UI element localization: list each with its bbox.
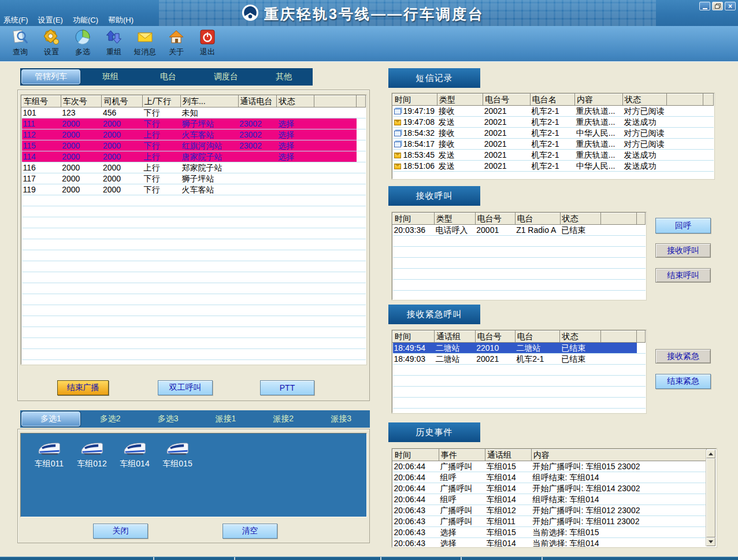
trainset-item-011[interactable]: 车组011	[28, 442, 71, 469]
cell	[314, 118, 357, 129]
minimize-button[interactable]	[699, 2, 710, 10]
table-row[interactable]: 11720002000下行狮子坪站	[22, 173, 366, 184]
col-time[interactable]: 时间	[393, 213, 435, 225]
history-scrollbar[interactable]	[706, 450, 715, 546]
table-row[interactable]: 101123456下行未知	[22, 107, 366, 118]
table-row[interactable]: 18:54:17接收20021机车2-1重庆轨道...对方已阅读	[393, 139, 714, 150]
table-row[interactable]: 18:49:03二塘站20021机车2-1已结束	[393, 354, 646, 365]
clear-button[interactable]: 清空	[222, 524, 277, 539]
table-row[interactable]: 20:06:43广播呼叫车组012开始广播呼叫: 车组012 23002	[393, 505, 707, 516]
col-event[interactable]: 事件	[439, 450, 485, 461]
col-time[interactable]: 时间	[393, 331, 435, 343]
table-row[interactable]: 18:49:54二塘站22010二塘站已结束	[393, 343, 646, 354]
col-talkgroup[interactable]: 通话组	[485, 450, 532, 461]
duplex-call-button[interactable]: 双工呼叫	[158, 380, 213, 395]
close-button[interactable]: ×	[725, 2, 736, 10]
toolbar-about-button[interactable]: 关于	[161, 28, 192, 57]
table-row[interactable]: 20:06:43选择车组014当前选择: 车组014	[393, 538, 707, 548]
tab-multiselect-2[interactable]: 多选2	[81, 410, 139, 428]
restore-button[interactable]	[712, 2, 723, 10]
scroll-down-button[interactable]	[706, 537, 715, 546]
scroll-up-button[interactable]	[706, 450, 715, 458]
toolbar-multiselect-button[interactable]: 多选	[67, 28, 98, 57]
trainset-item-014[interactable]: 车组014	[113, 442, 156, 469]
col-radio-name[interactable]: 电台名	[530, 94, 575, 106]
table-row[interactable]: 11220002000上行火车客站23002选择	[22, 129, 366, 140]
receive-call-button[interactable]: 接收呼叫	[655, 243, 711, 258]
tab-dispatch-2[interactable]: 派接2	[254, 410, 312, 428]
cell	[277, 360, 314, 365]
menu-settings[interactable]: 设置(E)	[36, 14, 65, 26]
table-row[interactable]: 20:06:43选择车组015当前选择: 车组015	[393, 527, 707, 538]
tab-crew[interactable]: 班组	[81, 68, 139, 86]
tab-managed-trains[interactable]: 管辖列车	[21, 69, 80, 84]
trainset-item-015[interactable]: 车组015	[156, 442, 199, 469]
toolbar-exit-button[interactable]: 退出	[192, 28, 223, 57]
table-row[interactable]: 11120002000下行狮子坪站23002选择	[22, 118, 366, 129]
toolbar-regroup-button[interactable]: 重组	[98, 28, 129, 57]
table-row[interactable]: 11520002000下行红旗河沟站23002选择	[22, 140, 366, 151]
col-time[interactable]: 时间	[393, 450, 439, 461]
end-call-button[interactable]: 结束呼叫	[655, 268, 711, 283]
table-row[interactable]: 20:06:44组呼车组014组呼结束: 车组014	[393, 472, 707, 483]
col-radio-no[interactable]: 电台号	[475, 331, 515, 343]
col-status[interactable]: 状态	[623, 94, 667, 106]
table-row[interactable]: 19:47:08发送20021机车2-1重庆轨道...发送成功	[393, 117, 714, 128]
col-radio-no[interactable]: 电台号	[475, 213, 515, 225]
col-driver[interactable]: 司机号	[102, 96, 143, 107]
callback-button[interactable]: 回呼	[655, 218, 711, 233]
col-train-pos[interactable]: 列车...	[180, 96, 238, 107]
col-status[interactable]: 状态	[560, 331, 601, 343]
close-panel-button[interactable]: 关闭	[93, 524, 148, 539]
table-row[interactable]: 11420002000上行唐家院子站选择	[22, 151, 366, 162]
table-row[interactable]: 11920002000下行火车客站	[22, 184, 366, 195]
table-row[interactable]: 20:06:44组呼车组014组呼结束: 车组014	[393, 494, 707, 505]
table-row[interactable]: 18:51:06发送20021机车2-1中华人民...发送成功	[393, 161, 714, 172]
toolbar-settings-button[interactable]: 设置	[36, 28, 67, 57]
col-radio[interactable]: 电台	[515, 213, 560, 225]
toolbar-sms-button[interactable]: 短消息	[129, 28, 161, 57]
tab-other[interactable]: 其他	[255, 68, 313, 86]
cell	[180, 316, 238, 327]
table-row[interactable]: 19:47:19接收20021机车2-1重庆轨道...对方已阅读	[393, 106, 714, 117]
scroll-thumb[interactable]	[706, 458, 715, 537]
col-call-radio[interactable]: 通话电台	[238, 96, 277, 107]
tab-dispatch-1[interactable]: 派接1	[196, 410, 254, 428]
menu-help[interactable]: 帮助(H)	[106, 14, 136, 26]
col-radio-no[interactable]: 电台号	[483, 94, 530, 106]
end-emergency-button[interactable]: 结束紧急	[655, 374, 711, 389]
cell	[357, 195, 366, 206]
col-content[interactable]: 内容	[532, 450, 707, 461]
col-direction[interactable]: 上/下行	[143, 96, 181, 107]
table-row[interactable]: 20:06:44广播呼叫车组014开始广播呼叫: 车组014 23002	[393, 483, 707, 494]
table-row[interactable]: 11620002000上行郑家院子站	[22, 162, 366, 173]
toolbar-query-button[interactable]: 查询	[5, 28, 36, 57]
menu-system[interactable]: 系统(F)	[1, 14, 31, 26]
cell: 车组014	[485, 472, 532, 483]
tab-dispatch-3[interactable]: 派接3	[312, 410, 370, 428]
col-time[interactable]: 时间	[393, 94, 437, 106]
receive-emergency-button[interactable]: 接收紧急	[655, 349, 711, 364]
table-row[interactable]: 18:54:32接收20021机车2-1中华人民...对方已阅读	[393, 128, 714, 139]
col-status[interactable]: 状态	[560, 213, 601, 225]
tab-multiselect-1[interactable]: 多选1	[21, 411, 80, 427]
trainset-item-012[interactable]: 车组012	[71, 442, 113, 469]
col-type[interactable]: 类型	[434, 213, 475, 225]
menu-functions[interactable]: 功能(C)	[71, 14, 101, 26]
tab-radio[interactable]: 电台	[139, 68, 197, 86]
col-radio[interactable]: 电台	[515, 331, 560, 343]
col-trainset[interactable]: 车组号	[22, 96, 61, 107]
tab-multiselect-3[interactable]: 多选3	[139, 410, 197, 428]
table-row[interactable]: 20:06:43广播呼叫车组011开始广播呼叫: 车组011 23002	[393, 516, 707, 527]
col-talkgroup[interactable]: 通话组	[434, 331, 475, 343]
col-content[interactable]: 内容	[575, 94, 623, 106]
tab-dispatcher[interactable]: 调度台	[197, 68, 255, 86]
ptt-button[interactable]: PTT	[260, 380, 314, 395]
col-status[interactable]: 状态	[277, 96, 314, 107]
end-broadcast-button[interactable]: 结束广播	[57, 380, 109, 395]
col-trip[interactable]: 车次号	[61, 96, 102, 107]
col-type[interactable]: 类型	[437, 94, 483, 106]
table-row[interactable]: 18:53:45发送20021机车2-1重庆轨道...发送成功	[393, 150, 714, 161]
table-row[interactable]: 20:03:36电话呼入20001Z1 Radio A已结束	[393, 225, 646, 236]
table-row[interactable]: 20:06:44广播呼叫车组015开始广播呼叫: 车组015 23002	[393, 461, 707, 472]
